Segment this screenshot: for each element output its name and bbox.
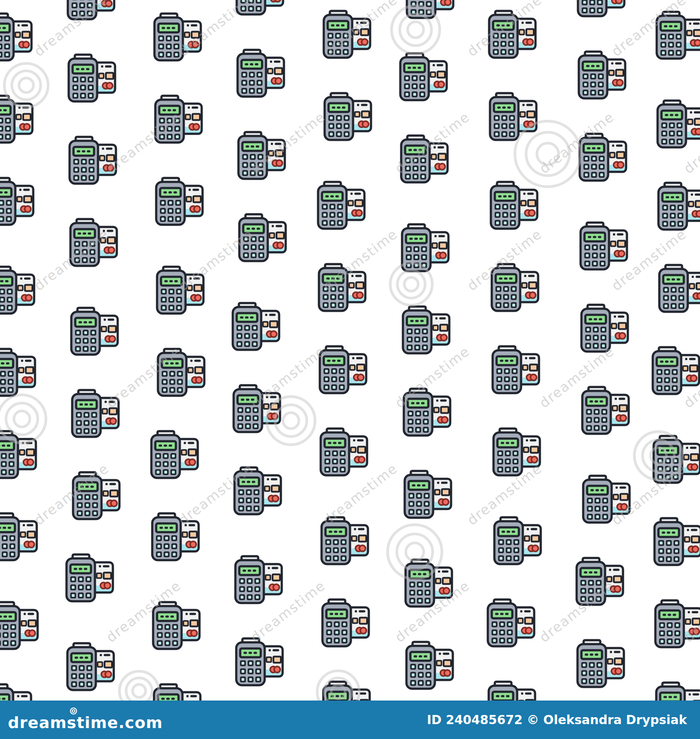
pos-terminal-card-icon	[578, 50, 626, 100]
pos-terminal-card-icon	[488, 10, 537, 59]
pos-terminal-card-icon	[580, 303, 629, 353]
pos-terminal-card-icon	[657, 181, 700, 231]
pos-terminal-card-icon	[157, 348, 206, 397]
pos-terminal-card-icon	[66, 0, 116, 21]
pos-terminal-card-icon	[319, 427, 368, 477]
pos-terminal-card-icon	[575, 557, 624, 606]
pos-terminal-card-icon	[653, 517, 700, 566]
pos-terminal-card-icon	[406, 0, 455, 19]
pos-terminal-card-icon	[492, 427, 541, 477]
pos-terminal-card-icon	[493, 516, 542, 565]
pos-terminal-card-icon	[658, 264, 700, 313]
pos-terminal-card-icon	[0, 94, 34, 144]
pos-terminal-card-icon	[579, 221, 628, 271]
pos-terminal-card-icon	[152, 601, 201, 650]
pos-terminal-card-icon	[318, 263, 367, 312]
pos-terminal-card-icon	[0, 512, 38, 561]
pos-terminal-card-icon	[489, 92, 538, 141]
pos-terminal-card-icon	[155, 177, 204, 226]
icon-pattern-layer	[0, 0, 700, 739]
pos-terminal-card-icon	[405, 641, 454, 690]
pos-terminal-card-icon	[403, 470, 452, 519]
pos-terminal-card-icon	[486, 598, 536, 648]
pos-terminal-card-icon	[400, 134, 449, 184]
pos-terminal-card-icon	[0, 265, 35, 315]
pos-terminal-card-icon	[321, 598, 370, 648]
pos-terminal-card-icon	[72, 471, 121, 520]
pos-terminal-card-icon	[232, 384, 281, 433]
pos-terminal-card-icon	[236, 49, 285, 98]
pos-terminal-card-icon	[156, 265, 205, 315]
pos-terminal-card-icon	[66, 642, 115, 691]
pos-terminal-card-icon	[153, 12, 202, 62]
pos-terminal-card-icon	[150, 430, 199, 479]
pos-terminal-card-icon	[237, 131, 286, 180]
pos-terminal-card-icon	[654, 599, 700, 648]
pos-terminal-card-icon	[65, 553, 114, 603]
pos-terminal-card-icon	[317, 181, 366, 230]
pos-terminal-card-icon	[582, 474, 631, 524]
pos-terminal-card-icon	[0, 348, 36, 397]
site-name-text: dreamstime.com	[8, 714, 163, 732]
pos-terminal-card-icon	[71, 389, 120, 438]
pos-terminal-card-icon	[490, 181, 539, 230]
pos-terminal-card-icon	[231, 302, 280, 351]
pos-terminal-card-icon	[578, 132, 627, 182]
pos-terminal-card-icon	[322, 10, 371, 59]
image-credit-text: ID 240485672 © Oleksandra Drypsiak	[427, 713, 687, 727]
pos-terminal-card-icon	[651, 346, 700, 395]
stock-image-canvas: dreamstimedreamstimedreamstimedreamstime…	[0, 0, 700, 739]
pos-terminal-card-icon	[404, 558, 453, 608]
pos-terminal-card-icon	[235, 0, 284, 16]
pos-terminal-card-icon	[70, 307, 119, 356]
pos-terminal-card-icon	[234, 555, 283, 604]
pos-terminal-card-icon	[0, 177, 35, 226]
dreamstime-spiral-icon	[69, 707, 78, 715]
pos-terminal-card-icon	[399, 52, 448, 101]
pos-terminal-card-icon	[0, 430, 37, 479]
pos-terminal-card-icon	[401, 223, 450, 272]
pos-terminal-card-icon	[655, 10, 700, 60]
pos-terminal-card-icon	[491, 345, 540, 394]
pos-terminal-card-icon	[323, 92, 372, 141]
pos-terminal-card-icon	[320, 516, 369, 565]
pos-terminal-card-icon	[402, 387, 452, 437]
pos-terminal-card-icon	[238, 213, 287, 262]
pos-terminal-card-icon	[0, 12, 33, 62]
pos-terminal-card-icon	[652, 435, 700, 484]
pos-terminal-card-icon	[577, 0, 626, 17]
pos-terminal-card-icon	[581, 386, 630, 435]
pos-terminal-card-icon	[402, 305, 451, 355]
pos-terminal-card-icon	[656, 99, 700, 149]
pos-terminal-card-icon	[154, 94, 203, 144]
pos-terminal-card-icon	[69, 218, 118, 267]
pos-terminal-card-icon	[576, 639, 625, 688]
pos-terminal-card-icon	[235, 637, 284, 687]
pos-terminal-card-icon	[67, 53, 116, 103]
pos-terminal-card-icon	[0, 601, 39, 650]
watermark-bottom-bar: dreamstime.com ID 240485672 © Oleksandra…	[0, 701, 700, 739]
pos-terminal-card-icon	[68, 136, 117, 185]
pos-terminal-card-icon	[490, 263, 539, 312]
pos-terminal-card-icon	[233, 466, 282, 516]
pos-terminal-card-icon	[318, 345, 368, 394]
pos-terminal-card-icon	[151, 512, 200, 561]
